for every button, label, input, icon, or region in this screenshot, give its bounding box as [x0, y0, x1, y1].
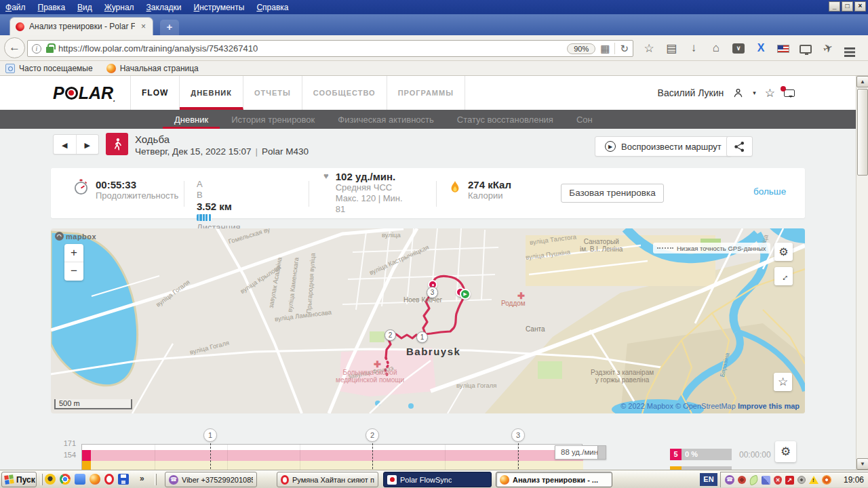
zone4-chip: [82, 461, 91, 470]
url-bar[interactable]: i https://flow.polar.com/training/analys…: [27, 40, 633, 57]
user-icon[interactable]: [732, 87, 744, 99]
viber-tray-icon[interactable]: [725, 475, 734, 485]
scroll-down-button[interactable]: ▼: [856, 458, 868, 470]
subnav-item[interactable]: Физическая активность: [326, 110, 446, 129]
notifications-icon[interactable]: [784, 89, 795, 97]
menu-item[interactable]: Правка: [38, 3, 66, 12]
site-nav-item[interactable]: ПРОГРАММЫ: [387, 76, 465, 110]
reading-list-icon[interactable]: ▤: [665, 41, 677, 56]
menu-item[interactable]: Журнал: [104, 3, 134, 12]
tab-close-icon[interactable]: ×: [140, 22, 147, 31]
info-icon[interactable]: i: [32, 44, 41, 54]
chrome-icon[interactable]: [60, 474, 71, 485]
scroll-up-button[interactable]: ▲: [856, 76, 868, 87]
page-scrollbar[interactable]: ▲ ▼: [856, 76, 868, 470]
dotted-line-icon: [657, 247, 673, 249]
flash-update-icon[interactable]: [785, 476, 794, 485]
bookmark-item[interactable]: Часто посещаемые: [5, 64, 93, 73]
send-tab-icon[interactable]: ✈: [820, 39, 837, 57]
taskbar-clock[interactable]: 19:06: [844, 475, 864, 485]
subnav-item[interactable]: Дневник: [163, 110, 220, 129]
save-icon[interactable]: [118, 474, 129, 485]
yellow-app-icon[interactable]: [45, 474, 56, 485]
chevron-down-icon[interactable]: ▾: [753, 89, 756, 96]
opera-icon[interactable]: [104, 474, 114, 485]
favorites-star-icon[interactable]: ☆: [765, 86, 775, 100]
puzzle-icon[interactable]: [762, 476, 770, 485]
km-marker[interactable]: 3: [427, 287, 438, 298]
antivirus-shield-icon[interactable]: [774, 476, 782, 485]
hamburger-menu-icon[interactable]: [844, 47, 856, 49]
menu-item[interactable]: Справка: [256, 3, 288, 12]
map-settings-button[interactable]: ⚙: [774, 243, 793, 261]
taskbar-task-button[interactable]: Румяна Хайтан сияют п...: [277, 472, 378, 487]
start-button[interactable]: Пуск: [1, 472, 37, 487]
zoom-in-button[interactable]: +: [64, 244, 83, 262]
extension-x-icon[interactable]: X: [755, 42, 767, 54]
map-fullscreen-button[interactable]: ↔: [774, 267, 793, 285]
bookmark-item[interactable]: Начальная страница: [106, 64, 199, 73]
more-link[interactable]: больше: [753, 186, 786, 197]
taskbar-task-button[interactable]: Анализ тренировки - ...: [496, 472, 612, 487]
quick-launch-overflow[interactable]: »: [140, 474, 144, 483]
screenshot-monitor-icon[interactable]: [800, 45, 812, 54]
us-flag-icon[interactable]: [777, 45, 789, 53]
red-dot-icon[interactable]: [738, 476, 746, 484]
zoom-level-badge[interactable]: 90%: [567, 43, 595, 54]
minimize-button[interactable]: _: [829, 1, 840, 12]
reload-icon[interactable]: ↻: [620, 43, 629, 55]
site-nav-item[interactable]: ОТЧЕТЫ: [243, 76, 302, 110]
user-name[interactable]: Василий Лукин: [658, 87, 724, 98]
subnav-item[interactable]: История тренировок: [220, 110, 326, 129]
browser-tab[interactable]: Анализ тренировки - Polar F... ×: [9, 17, 153, 35]
zoom-out-button[interactable]: −: [64, 262, 83, 281]
menu-item[interactable]: Инструменты: [194, 3, 245, 12]
taskbar: Пуск » Viber +375299201085 Румяна Хайтан…: [0, 470, 868, 488]
green-leaf-icon[interactable]: [749, 474, 760, 485]
map-favorite-button[interactable]: ☆: [774, 373, 792, 391]
firefox-icon[interactable]: [90, 474, 100, 485]
bookmark-star-icon[interactable]: ☆: [643, 41, 655, 56]
url-text[interactable]: https://flow.polar.com/training/analysis…: [58, 43, 562, 54]
mapbox-logo[interactable]: ◠mapbox: [55, 232, 96, 241]
restore-button[interactable]: □: [842, 1, 853, 12]
scrollbar-thumb[interactable]: [857, 89, 868, 176]
blue-app-icon[interactable]: [75, 474, 85, 485]
menu-item[interactable]: Закладки: [146, 3, 182, 12]
hr-chart[interactable]: [81, 444, 583, 470]
taskbar-task-button[interactable]: Viber +375299201085: [165, 472, 257, 487]
route-start-marker[interactable]: ▶: [460, 289, 471, 300]
site-nav-item[interactable]: ДНЕВНИК: [180, 76, 243, 110]
km-marker[interactable]: 2: [384, 329, 396, 341]
menu-item[interactable]: Файл: [5, 3, 26, 12]
home-icon[interactable]: ⌂: [710, 41, 722, 55]
improve-map-link[interactable]: Improve this map: [738, 402, 800, 410]
taskbar-task-button[interactable]: Polar FlowSync: [383, 472, 492, 487]
polar-logo[interactable]: PLAR.: [53, 83, 115, 103]
tiles-icon[interactable]: ▦: [600, 43, 610, 55]
play-route-button[interactable]: ▶ Воспроизвести маршрут: [595, 136, 732, 157]
subnav-item[interactable]: Сон: [565, 110, 604, 129]
route-map[interactable]: Гомельская вувуліца Крыловавуліца Ламано…: [51, 228, 805, 413]
new-tab-button[interactable]: +: [160, 20, 179, 35]
chart-settings-button[interactable]: ⚙: [775, 441, 796, 462]
pocket-icon[interactable]: [732, 43, 745, 54]
place-label: Рэдзюіт з капанірам у горжы равеліна: [591, 369, 654, 384]
next-session-button[interactable]: ▶: [77, 135, 99, 154]
site-nav-item[interactable]: СООБЩЕСТВО: [302, 76, 387, 110]
menu-item[interactable]: Вид: [77, 3, 92, 12]
close-button[interactable]: ×: [854, 1, 866, 12]
warning-triangle-icon[interactable]: [809, 476, 818, 484]
share-button[interactable]: [726, 136, 753, 157]
prev-session-button[interactable]: ◀: [54, 135, 77, 154]
training-benefit-button[interactable]: Базовая тренировка: [561, 184, 664, 203]
subnav-item[interactable]: Статус восстановления: [446, 110, 565, 129]
km-marker[interactable]: 1: [416, 331, 428, 343]
downloads-icon[interactable]: ↓: [688, 41, 700, 55]
orange-app-icon[interactable]: [822, 475, 831, 485]
site-nav-item[interactable]: FLOW: [130, 76, 180, 110]
page-content: ◀ ▶ Ходьба Четверг, Дек 15, 2022 15:07|P…: [0, 129, 856, 470]
back-button[interactable]: ←: [4, 37, 25, 58]
language-indicator[interactable]: EN: [700, 473, 717, 486]
webcam-icon[interactable]: [797, 476, 806, 484]
